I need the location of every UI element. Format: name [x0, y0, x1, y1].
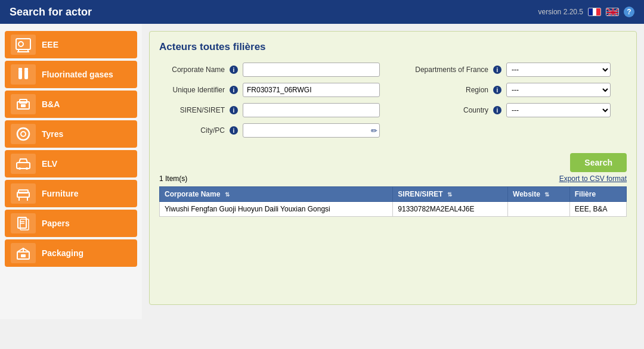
svg-rect-27 — [18, 190, 28, 193]
sidebar: EEE Fluorinated gases B&A Tyres ELV — [0, 24, 142, 319]
page-title: Search for actor — [10, 6, 92, 18]
svg-rect-36 — [21, 254, 26, 257]
form-right: Departments of France i --- Region i --- — [405, 63, 627, 144]
corporate-name-info-icon[interactable]: i — [230, 66, 238, 74]
svg-rect-15 — [24, 70, 28, 79]
country-info-icon[interactable]: i — [493, 106, 501, 114]
city-row: City/PC i ✏ — [159, 123, 381, 138]
flag-france-icon[interactable] — [588, 8, 601, 16]
search-button[interactable]: Search — [570, 153, 627, 172]
search-btn-row: Search — [159, 153, 627, 172]
region-label: Region — [405, 86, 488, 94]
departments-row: Departments of France i --- — [405, 63, 627, 77]
sidebar-item-label: Furniture — [42, 189, 78, 198]
results-count: 1 Item(s) — [159, 174, 187, 183]
svg-rect-16 — [18, 68, 22, 70]
flag-uk-icon[interactable] — [606, 8, 619, 16]
departments-info-icon[interactable]: i — [493, 66, 501, 74]
header: Search for actor version 2.20.5 ? — [0, 0, 644, 24]
cell-filiere: EEE, B&A — [569, 202, 626, 217]
region-select[interactable]: --- — [506, 83, 611, 97]
sort-siren-icon: ⇅ — [447, 191, 452, 198]
col-filiere: Filière — [569, 187, 626, 202]
svg-rect-20 — [21, 104, 26, 107]
city-edit-icon[interactable]: ✏ — [371, 126, 377, 135]
header-right: version 2.20.5 ? — [538, 7, 634, 17]
furniture-icon — [11, 183, 36, 204]
unique-identifier-label: Unique Identifier — [159, 86, 225, 94]
cell-corporate-name: Yiwushi Fengfan Guoji Huoyun Daili Youxi… — [160, 202, 393, 217]
sidebar-item-eee[interactable]: EEE — [5, 31, 137, 58]
sidebar-item-label: ELV — [42, 159, 57, 169]
sidebar-item-furniture[interactable]: Furniture — [5, 180, 137, 207]
unique-identifier-info-icon[interactable]: i — [230, 86, 238, 94]
sidebar-item-fluorinated-gases[interactable]: Fluorinated gases — [5, 61, 137, 88]
unique-identifier-row: Unique Identifier i — [159, 83, 381, 97]
svg-point-21 — [17, 128, 29, 140]
city-info-icon[interactable]: i — [230, 126, 238, 135]
svg-rect-17 — [24, 68, 28, 70]
col-corporate-name[interactable]: Corporate Name ⇅ — [160, 187, 393, 202]
content-area: Acteurs toutes filières Corporate Name i… — [142, 24, 644, 319]
help-icon[interactable]: ? — [624, 7, 634, 17]
col-website[interactable]: Website ⇅ — [508, 187, 570, 202]
sidebar-item-label: Packaging — [42, 248, 83, 258]
table-body: Yiwushi Fengfan Guoji Huoyun Daili Youxi… — [160, 202, 627, 217]
siren-label: SIREN/SIRET — [159, 106, 225, 114]
siren-input[interactable] — [243, 103, 380, 117]
search-form: Corporate Name i Unique Identifier i SIR… — [159, 63, 627, 144]
export-csv-link[interactable]: Export to CSV format — [559, 174, 627, 183]
sort-corporate-name-icon: ⇅ — [225, 191, 230, 198]
elv-icon — [11, 154, 36, 174]
sidebar-item-label: Tyres — [42, 129, 63, 139]
svg-point-10 — [18, 42, 23, 46]
unique-identifier-input[interactable] — [243, 83, 380, 97]
eee-icon — [11, 35, 36, 55]
region-info-icon[interactable]: i — [493, 86, 501, 94]
sidebar-item-label: Fluorinated gases — [42, 70, 113, 79]
sidebar-item-label: Papers — [42, 219, 70, 228]
fluorinated-gases-icon — [11, 64, 36, 85]
tyres-icon — [11, 124, 36, 144]
corporate-name-input[interactable] — [243, 63, 380, 77]
city-input-wrapper: ✏ — [243, 123, 380, 138]
sidebar-item-tyres[interactable]: Tyres — [5, 120, 137, 148]
departments-label: Departments of France — [405, 66, 488, 74]
corporate-name-label: Corporate Name — [159, 66, 225, 74]
sidebar-item-papers[interactable]: Papers — [5, 210, 137, 237]
form-left: Corporate Name i Unique Identifier i SIR… — [159, 63, 381, 144]
table-header: Corporate Name ⇅ SIREN/SIRET ⇅ Website ⇅ — [160, 187, 627, 202]
results-info: 1 Item(s) Export to CSV format — [159, 174, 627, 183]
corporate-name-row: Corporate Name i — [159, 63, 381, 77]
svg-rect-14 — [18, 70, 22, 79]
sidebar-item-packaging[interactable]: Packaging — [5, 239, 137, 267]
cell-siren: 91330782MA2EAL4J6E — [393, 202, 508, 217]
svg-point-25 — [26, 167, 28, 170]
cell-website — [508, 202, 570, 217]
col-siren[interactable]: SIREN/SIRET ⇅ — [393, 187, 508, 202]
country-row: Country i --- — [405, 103, 627, 117]
sidebar-item-label: EEE — [42, 40, 58, 49]
version-label: version 2.20.5 — [538, 8, 583, 16]
country-select[interactable]: --- — [506, 103, 611, 117]
region-row: Region i --- — [405, 83, 627, 97]
main-layout: EEE Fluorinated gases B&A Tyres ELV — [0, 24, 644, 319]
sidebar-item-bna[interactable]: B&A — [5, 91, 137, 118]
sidebar-item-elv[interactable]: ELV — [5, 150, 137, 177]
table-row[interactable]: Yiwushi Fengfan Guoji Huoyun Daili Youxi… — [160, 202, 627, 217]
svg-point-24 — [18, 167, 21, 170]
city-label: City/PC — [159, 126, 225, 135]
results-table: Corporate Name ⇅ SIREN/SIRET ⇅ Website ⇅ — [159, 186, 627, 217]
packaging-icon — [11, 243, 36, 263]
content-box: Acteurs toutes filières Corporate Name i… — [149, 31, 637, 305]
sort-website-icon: ⇅ — [544, 191, 549, 198]
departments-select[interactable]: --- — [506, 63, 611, 77]
siren-info-icon[interactable]: i — [230, 106, 238, 114]
svg-rect-23 — [17, 163, 30, 169]
bna-icon — [11, 94, 36, 114]
city-input[interactable] — [243, 123, 380, 138]
section-title: Acteurs toutes filières — [159, 41, 627, 53]
siren-row: SIREN/SIRET i — [159, 103, 381, 117]
country-label: Country — [405, 106, 488, 114]
svg-point-22 — [21, 132, 26, 136]
